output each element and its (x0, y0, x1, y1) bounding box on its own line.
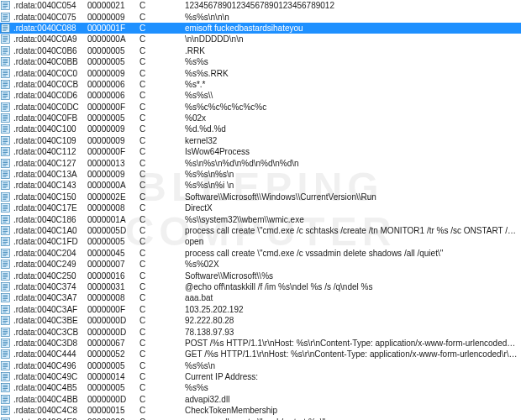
size-cell: 00000009 (87, 69, 139, 78)
address-cell: .rdata:0040C496 (13, 361, 87, 370)
svg-rect-40 (1, 92, 9, 100)
size-cell: 0000000A (87, 181, 139, 190)
value-cell: Software\\Microsoft\\%s (185, 271, 521, 281)
type-cell: C (139, 24, 185, 33)
value-cell: GET /%s HTTP/1.1\r\nHost: %s\r\nContent-… (185, 349, 521, 359)
address-cell: .rdata:0040C3D8 (13, 339, 87, 348)
table-row[interactable]: .rdata:0040C07500000009C%s%s\n\n\n (0, 11, 521, 22)
table-row[interactable]: .rdata:0040C1860000001AC%s\\system32\\wb… (0, 213, 521, 224)
table-row[interactable]: .rdata:0040C0DC0000000FC%s%c%c%c%c%c%c (0, 102, 521, 113)
strings-table[interactable]: .rdata:0040C05400000021C1234567890123456… (0, 0, 521, 420)
table-row[interactable]: .rdata:0040C4C800000015CCheckTokenMember… (0, 405, 521, 416)
address-cell: .rdata:0040C4E0 (13, 417, 87, 420)
table-row[interactable]: .rdata:0040C10000000009C%d.%d.%d (0, 123, 521, 134)
type-cell: C (139, 305, 185, 314)
size-cell: 0000005D (87, 226, 139, 235)
address-cell: .rdata:0040C4BB (13, 395, 87, 404)
type-cell: C (139, 282, 185, 291)
address-cell: .rdata:0040C0BB (13, 57, 87, 66)
string-icon (1, 13, 10, 22)
value-cell: @echo off\ntaskkill /f /im %s\ndel %s /s… (185, 282, 521, 291)
table-row[interactable]: .rdata:0040C4B500000005C%s%s (0, 382, 521, 393)
svg-rect-60 (1, 136, 9, 144)
svg-rect-155 (1, 350, 9, 359)
table-row[interactable]: .rdata:0040C12700000013C%s\n%s\n%d\n%d\n… (0, 157, 521, 168)
table-row[interactable]: .rdata:0040C13A00000009C%s%s\n%s\n (0, 169, 521, 180)
string-icon (1, 226, 10, 235)
type-cell: C (139, 1, 185, 10)
svg-rect-50 (1, 114, 9, 123)
table-row[interactable]: .rdata:0040C1A00000005DCprocess call cre… (0, 225, 521, 236)
table-row[interactable]: .rdata:0040C4BB0000000DCadvapi32.dll (0, 394, 521, 405)
row-icon-cell (0, 46, 13, 55)
row-icon-cell (0, 147, 13, 156)
table-row[interactable]: .rdata:0040C4E000000026Cprocess call cre… (0, 416, 521, 420)
size-cell: 00000006 (87, 91, 139, 100)
table-row[interactable]: .rdata:0040C3BE0000000DC92.222.80.28 (0, 315, 521, 326)
table-row[interactable]: .rdata:0040C1FD00000005Copen (0, 236, 521, 247)
table-row[interactable]: .rdata:0040C37400000031C@echo off\ntaskk… (0, 281, 521, 292)
table-row[interactable]: .rdata:0040C25000000016CSoftware\\Micros… (0, 270, 521, 281)
table-row[interactable]: .rdata:0040C49C00000014CCurrent IP Addre… (0, 371, 521, 382)
address-cell: .rdata:0040C186 (13, 215, 87, 224)
value-cell: advapi32.dll (185, 395, 521, 404)
table-row[interactable]: .rdata:0040C3AF0000000FC103.25.202.192 (0, 304, 521, 315)
address-cell: .rdata:0040C4B5 (13, 383, 87, 392)
value-cell: kernel32 (185, 136, 521, 145)
address-cell: .rdata:0040C0FB (13, 113, 87, 123)
address-cell: .rdata:0040C0B6 (13, 46, 87, 55)
value-cell: open (185, 237, 521, 246)
value-cell: 92.222.80.28 (185, 316, 521, 325)
table-row[interactable]: .rdata:0040C0880000001FCemisoft fuckedba… (0, 23, 521, 34)
table-row[interactable]: .rdata:0040C05400000021C1234567890123456… (0, 0, 521, 11)
type-cell: C (139, 349, 185, 359)
address-cell: .rdata:0040C0DC (13, 102, 87, 112)
string-icon (1, 215, 10, 224)
svg-rect-25 (1, 58, 9, 66)
table-row[interactable]: .rdata:0040C1430000000AC%s%s\n%i \n (0, 180, 521, 191)
table-row[interactable]: .rdata:0040C0B600000005C.RRK (0, 45, 521, 56)
svg-rect-130 (1, 294, 9, 302)
table-row[interactable]: .rdata:0040C0A90000000AC\n\nDDDDD\n\n (0, 34, 521, 45)
address-cell: .rdata:0040C0CB (13, 80, 87, 89)
string-icon (1, 361, 10, 370)
type-cell: C (139, 80, 185, 89)
table-row[interactable]: .rdata:0040C0FB00000005C%02x (0, 113, 521, 123)
table-row[interactable]: .rdata:0040C49600000005C%s%s\n (0, 360, 521, 371)
row-icon-cell (0, 305, 13, 314)
table-row[interactable]: .rdata:0040C1120000000FCIsWow64Process (0, 146, 521, 157)
table-row[interactable]: .rdata:0040C10900000009Ckernel32 (0, 135, 521, 146)
table-row[interactable]: .rdata:0040C3CB0000000DC78.138.97.93 (0, 326, 521, 337)
row-icon-cell (0, 249, 13, 258)
string-icon (1, 46, 10, 55)
string-icon (1, 372, 10, 381)
table-row[interactable]: .rdata:0040C0D600000006C%s%s\\ (0, 90, 521, 101)
string-icon (1, 316, 10, 325)
table-row[interactable]: .rdata:0040C0CB00000006C%s*.* (0, 79, 521, 90)
string-icon (1, 417, 10, 420)
address-cell: .rdata:0040C0C0 (13, 69, 87, 78)
table-row[interactable]: .rdata:0040C0C000000009C%s%s.RRK (0, 67, 521, 78)
table-row[interactable]: .rdata:0040C44400000052CGET /%s HTTP/1.1… (0, 349, 521, 360)
table-row[interactable]: .rdata:0040C0BB00000005C%s%s (0, 56, 521, 67)
table-row[interactable]: .rdata:0040C17E00000008CDirectX (0, 202, 521, 213)
table-row[interactable]: .rdata:0040C1500000002ECSoftware\\Micros… (0, 192, 521, 202)
string-icon (1, 249, 10, 258)
string-icon (1, 293, 10, 302)
svg-rect-140 (1, 317, 9, 325)
size-cell: 00000021 (87, 1, 139, 10)
value-cell: Software\\Microsoft\\Windows\\CurrentVer… (185, 192, 521, 202)
table-row[interactable]: .rdata:0040C3D800000067CPOST /%s HTTP/1.… (0, 338, 521, 349)
table-row[interactable]: .rdata:0040C3A700000008Caaa.bat (0, 292, 521, 303)
table-row[interactable]: .rdata:0040C20400000045Cprocess call cre… (0, 248, 521, 259)
svg-rect-15 (1, 35, 9, 44)
value-cell: %s%s.RRK (185, 69, 521, 78)
row-icon-cell (0, 192, 13, 202)
type-cell: C (139, 46, 185, 55)
size-cell: 00000067 (87, 339, 139, 348)
row-icon-cell (0, 80, 13, 89)
size-cell: 00000005 (87, 113, 139, 123)
svg-rect-90 (1, 204, 9, 213)
type-cell: C (139, 328, 185, 337)
table-row[interactable]: .rdata:0040C24900000007C%s%02X (0, 259, 521, 270)
